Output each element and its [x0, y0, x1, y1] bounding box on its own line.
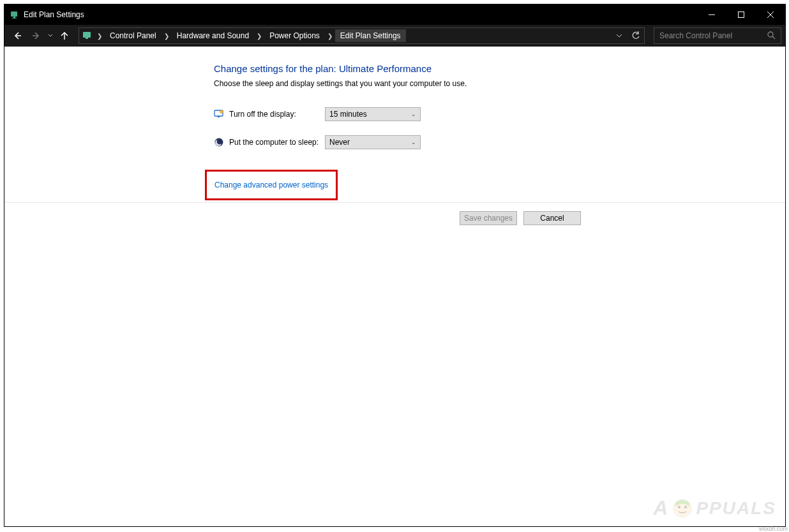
arrow-right-icon — [31, 31, 41, 41]
maximize-button[interactable] — [726, 4, 756, 25]
put-to-sleep-dropdown[interactable]: Never ⌄ — [325, 135, 421, 149]
put-to-sleep-row: Put the computer to sleep: Never ⌄ — [214, 135, 785, 149]
control-panel-icon — [82, 30, 93, 41]
recent-locations-dropdown[interactable] — [47, 33, 54, 40]
attribution: wsxdn.com — [759, 526, 788, 532]
breadcrumb-chevron[interactable]: ❯ — [325, 33, 335, 40]
forward-button[interactable] — [27, 27, 45, 45]
svg-rect-11 — [86, 38, 88, 39]
search-icon — [767, 31, 776, 41]
turn-off-display-label: Turn off the display: — [229, 110, 325, 119]
arrow-left-icon — [12, 31, 22, 41]
chevron-down-icon — [48, 33, 53, 38]
page-subtext: Choose the sleep and display settings th… — [214, 79, 785, 88]
up-button[interactable] — [56, 27, 73, 45]
arrow-up-icon — [59, 31, 70, 41]
sleep-icon — [214, 137, 224, 147]
breadcrumb-chevron[interactable]: ❯ — [162, 33, 172, 40]
dropdown-value: 15 minutes — [329, 110, 367, 119]
svg-rect-1 — [13, 17, 15, 18]
search-box[interactable] — [654, 27, 781, 44]
page-heading: Change settings for the plan: Ultimate P… — [214, 63, 785, 74]
cancel-button[interactable]: Cancel — [523, 211, 581, 225]
breadcrumb-chevron[interactable]: ❯ — [94, 33, 105, 40]
minimize-button[interactable] — [697, 4, 726, 25]
advanced-settings-highlight: Change advanced power settings — [205, 170, 338, 200]
content-area: Change settings for the plan: Ultimate P… — [4, 47, 785, 526]
svg-point-19 — [678, 506, 680, 508]
titlebar: Edit Plan Settings — [4, 4, 785, 25]
change-advanced-power-settings-link[interactable]: Change advanced power settings — [214, 181, 328, 189]
watermark-text: PPUALS — [696, 498, 776, 519]
close-icon — [767, 11, 774, 18]
chevron-down-icon — [616, 33, 622, 39]
svg-rect-10 — [83, 32, 91, 38]
dropdown-value: Never — [329, 138, 350, 147]
back-button[interactable] — [8, 27, 26, 45]
chevron-down-icon: ⌄ — [411, 111, 416, 117]
refresh-button[interactable] — [627, 28, 644, 43]
address-bar[interactable]: ❯ Control Panel ❯ Hardware and Sound ❯ P… — [79, 27, 645, 44]
maximize-icon — [738, 11, 744, 18]
svg-line-13 — [772, 36, 775, 39]
window-title: Edit Plan Settings — [24, 10, 84, 19]
svg-rect-4 — [739, 12, 744, 18]
divider — [4, 202, 785, 203]
address-dropdown[interactable] — [611, 28, 627, 43]
svg-point-12 — [768, 32, 773, 37]
svg-rect-15 — [218, 116, 220, 117]
chevron-down-icon: ⌄ — [411, 139, 416, 145]
watermark-face-icon — [672, 498, 693, 519]
button-row: Save changes Cancel — [4, 211, 581, 225]
svg-point-20 — [684, 506, 687, 508]
app-icon — [10, 10, 20, 20]
svg-point-16 — [220, 110, 223, 114]
save-changes-button: Save changes — [460, 211, 517, 225]
navbar: ❯ Control Panel ❯ Hardware and Sound ❯ P… — [4, 25, 785, 47]
search-input[interactable] — [659, 31, 767, 40]
breadcrumb-hardware-sound[interactable]: Hardware and Sound — [172, 29, 254, 42]
breadcrumb-power-options[interactable]: Power Options — [264, 29, 325, 42]
put-to-sleep-label: Put the computer to sleep: — [229, 138, 325, 147]
minimize-icon — [709, 11, 715, 18]
close-button[interactable] — [756, 4, 785, 25]
turn-off-display-row: Turn off the display: 15 minutes ⌄ — [214, 107, 785, 121]
display-icon — [214, 109, 224, 119]
watermark-logo-a: A — [653, 496, 669, 520]
breadcrumb-edit-plan-settings[interactable]: Edit Plan Settings — [335, 29, 406, 42]
breadcrumb-chevron[interactable]: ❯ — [254, 33, 264, 40]
svg-rect-2 — [12, 18, 17, 18]
breadcrumb-control-panel[interactable]: Control Panel — [105, 29, 162, 42]
turn-off-display-dropdown[interactable]: 15 minutes ⌄ — [325, 107, 421, 121]
svg-rect-0 — [11, 11, 17, 17]
watermark: A PPUALS — [653, 496, 776, 520]
refresh-icon — [631, 31, 640, 40]
